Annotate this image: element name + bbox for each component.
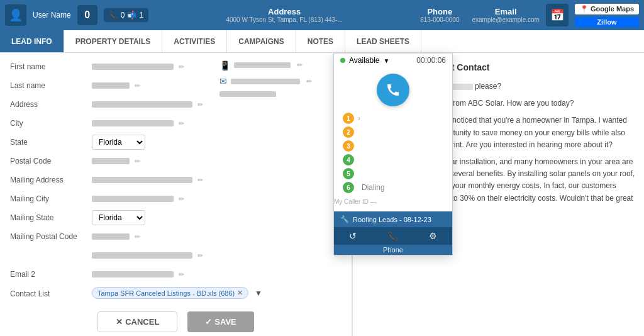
contact-list-row: Contact List Tampa SFR Canceled Listings… [10, 287, 341, 299]
cancel-button[interactable]: ✕ CANCEL [97, 311, 177, 332]
email2-label: Email 2 [10, 270, 92, 279]
tab-campaigns[interactable]: CAMPAIGNS [227, 30, 296, 52]
phone-blurred [234, 62, 291, 68]
edit-city-icon[interactable]: ✏ [179, 120, 184, 128]
phone-section: Phone 813-000-0000 [420, 7, 459, 23]
refresh-icon[interactable]: ↺ [349, 231, 357, 241]
first-name-label: First name [10, 62, 92, 71]
num-circle-3: 3 [343, 140, 354, 152]
avatar: 👤 [5, 4, 26, 26]
email2-contact-item [219, 91, 345, 97]
badge-count: 0 [77, 5, 97, 25]
additional-row: ✏ [10, 248, 341, 263]
timer-display: 00:00:06 [416, 56, 446, 65]
address-label: Address [155, 7, 414, 16]
tab-property-details[interactable]: PROPERTY DETAILS [64, 30, 163, 52]
phone-icon: 📞 [109, 11, 118, 20]
postal-code-row: Postal Code ✏ [10, 154, 341, 169]
call-button[interactable] [377, 74, 409, 106]
dialer-num-3: 3 [343, 140, 354, 152]
mobile-icon: 📱 [219, 60, 230, 70]
num-circle-6: 6 [343, 182, 354, 193]
address-form-label: Address [10, 100, 92, 109]
zillow-button[interactable]: Zillow [575, 17, 639, 27]
dialer-num-1: 1 › [343, 113, 360, 124]
dialer-status-bar: Available ▼ 00:00:06 [334, 53, 452, 67]
edit-mailing-postal-icon[interactable]: ✏ [135, 233, 140, 241]
dialer-numbers: 1 › 2 3 4 5 6 Dialing [334, 113, 452, 193]
city-value: ✏ [92, 120, 341, 128]
chevron-down-icon[interactable]: ▼ [383, 57, 389, 64]
mailing-city-blurred [92, 196, 174, 202]
edit-mailing-address-icon[interactable]: ✏ [197, 176, 203, 184]
roofing-icon: 🔧 [340, 215, 349, 223]
mailing-postal-value: ✏ [92, 233, 341, 241]
calendar-icon[interactable]: 📅 [546, 4, 569, 26]
edit-email2-icon[interactable]: ✏ [179, 271, 184, 279]
num-circle-5: 5 [343, 168, 354, 179]
voicemail-count: 1 [139, 11, 143, 20]
main-content: 📱 ✏ ⊕ ✉ ✏ First name ✏ Last name [0, 53, 644, 336]
mailing-state-select[interactable]: Florida California Texas [92, 210, 145, 225]
phone-bar-label: Phone [383, 246, 403, 254]
google-maps-button[interactable]: 📍 Google Maps [575, 4, 639, 14]
mailing-postal-row: Mailing Postal Code ✏ [10, 229, 341, 244]
mailing-city-label: Mailing City [10, 194, 92, 203]
dialer-num-5: 5 [343, 168, 354, 179]
edit-additional-icon[interactable]: ✏ [197, 252, 203, 260]
mailing-address-value: ✏ [92, 176, 341, 184]
save-check-icon: ✓ [205, 317, 212, 327]
status-indicator [340, 58, 345, 63]
tab-notes[interactable]: NOTES [296, 30, 345, 52]
phone-indicator: 📞 0 📬 1 [104, 8, 148, 22]
state-select[interactable]: Florida California Texas [92, 135, 145, 150]
phone-action-icon[interactable]: 📞 [387, 231, 398, 241]
top-bar: 👤 User Name 0 📞 0 📬 1 Address 4000 W Tys… [0, 0, 644, 30]
edit-first-name-icon[interactable]: ✏ [179, 63, 184, 71]
settings-icon[interactable]: ⚙ [429, 231, 437, 241]
tag-remove-icon[interactable]: ✕ [237, 289, 243, 297]
email-blurred [231, 79, 300, 84]
mailing-state-row: Mailing State Florida California Texas [10, 210, 341, 225]
chevron-right-1: › [358, 114, 360, 123]
city-blurred [92, 120, 174, 126]
tag-value: Tampa SFR Canceled Listings - BD.xls (68… [97, 289, 235, 297]
contact-side: 📱 ✏ ⊕ ✉ ✏ [219, 59, 345, 102]
phone-value: 813-000-0000 [420, 16, 459, 23]
edit-phone-icon[interactable]: ✏ [297, 61, 303, 69]
mailing-state-label: Mailing State [10, 213, 92, 222]
tab-lead-sheets[interactable]: LEAD SHEETS [345, 30, 421, 52]
phone-contact-item: 📱 ✏ ⊕ [219, 59, 345, 71]
mailing-city-value: ✏ [92, 195, 341, 203]
mailing-postal-label: Mailing Postal Code [10, 232, 92, 241]
contact-list-dropdown[interactable]: ▼ [255, 289, 262, 298]
tab-activities[interactable]: ACTIVITIES [162, 30, 227, 52]
phone-label-bar: Phone [334, 245, 452, 255]
phone-count: 0 [121, 11, 125, 20]
map-buttons: 📍 Google Maps Zillow [575, 4, 639, 27]
save-button[interactable]: ✓ SAVE [187, 311, 253, 332]
edit-email-icon[interactable]: ✏ [306, 77, 312, 86]
dialer-action-bar: ↺ 📞 ⚙ [334, 227, 452, 245]
email2-blurred [92, 271, 174, 277]
num-circle-2: 2 [343, 126, 354, 138]
mailing-postal-blurred [92, 233, 130, 240]
caller-id: My Caller ID — [334, 198, 452, 205]
city-row: City ✏ [10, 116, 341, 131]
tab-lead-info[interactable]: LEAD INFO [0, 30, 64, 52]
postal-code-blurred [92, 158, 130, 164]
contact-list-tag: Tampa SFR Canceled Listings - BD.xls (68… [92, 287, 248, 299]
contact-list-label: Contact List [10, 287, 92, 298]
postal-code-label: Postal Code [10, 157, 92, 165]
edit-postal-icon[interactable]: ✏ [135, 157, 140, 165]
mailing-state-value: Florida California Texas [92, 210, 341, 225]
address-blurred [92, 101, 192, 108]
state-value: Florida California Texas [92, 135, 341, 150]
edit-address-icon[interactable]: ✏ [197, 101, 203, 109]
edit-last-name-icon[interactable]: ✏ [135, 82, 140, 90]
mailing-address-row: Mailing Address ✏ [10, 172, 341, 188]
mailing-city-row: Mailing City ✏ [10, 191, 341, 206]
cancel-x-icon: ✕ [116, 317, 123, 327]
edit-mailing-city-icon[interactable]: ✏ [179, 195, 184, 203]
email-value: example@example.com [472, 16, 539, 23]
